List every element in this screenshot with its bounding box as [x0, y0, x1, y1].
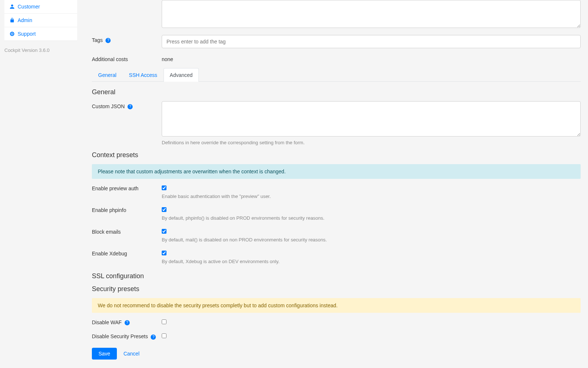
preview-auth-label: Enable preview auth — [92, 185, 162, 191]
help-icon[interactable]: ? — [151, 335, 156, 340]
preview-auth-hint: Enable basic authentication with the "pr… — [162, 194, 581, 199]
custom-json-label: Custom JSON ? — [92, 101, 162, 109]
sidebar-panel: Customer Admin Support — [4, 0, 77, 41]
tab-ssh-access[interactable]: SSH Access — [123, 68, 164, 82]
textarea-label — [92, 0, 162, 2]
user-icon — [10, 4, 15, 9]
version-text: Cockpit Version 3.6.0 — [4, 47, 77, 53]
sidebar-item-customer[interactable]: Customer — [4, 0, 77, 14]
section-security-presets-heading: Security presets — [92, 285, 581, 293]
cancel-button[interactable]: Cancel — [122, 348, 141, 360]
sidebar-item-label: Support — [18, 31, 36, 37]
security-presets-alert: We do not recommend to disable the secur… — [92, 298, 581, 313]
block-emails-hint: By default, mail() is disabled on non PR… — [162, 237, 581, 243]
additional-costs-label: Additional costs — [92, 54, 162, 62]
block-emails-checkbox[interactable] — [162, 229, 166, 234]
sidebar-item-support[interactable]: Support — [4, 27, 77, 41]
custom-json-textarea[interactable] — [162, 101, 581, 137]
block-emails-label: Block emails — [92, 229, 162, 235]
tags-label: Tags ? — [92, 35, 162, 43]
life-ring-icon — [10, 31, 15, 36]
help-icon[interactable]: ? — [125, 320, 130, 325]
context-presets-alert: Please note that custom adjustments are … — [92, 164, 581, 179]
section-ssl-heading: SSL configuration — [92, 272, 581, 280]
section-general-heading: General — [92, 88, 581, 96]
tags-input[interactable] — [162, 35, 581, 48]
disable-security-presets-label: Disable Security Presets ? — [92, 333, 162, 339]
sidebar-item-admin[interactable]: Admin — [4, 14, 77, 27]
disable-waf-checkbox[interactable] — [162, 319, 166, 324]
sidebar-item-label: Admin — [18, 17, 32, 23]
tab-advanced[interactable]: Advanced — [164, 68, 199, 82]
tabs: General SSH Access Advanced — [92, 68, 581, 82]
section-context-presets-heading: Context presets — [92, 151, 581, 159]
disable-security-presets-checkbox[interactable] — [162, 333, 166, 338]
phpinfo-checkbox[interactable] — [162, 207, 166, 212]
phpinfo-label: Enable phpinfo — [92, 207, 162, 213]
disable-waf-label: Disable WAF ? — [92, 319, 162, 325]
help-icon[interactable]: ? — [105, 38, 111, 43]
preview-auth-checkbox[interactable] — [162, 185, 166, 190]
help-icon[interactable]: ? — [128, 104, 133, 109]
tab-general[interactable]: General — [92, 68, 123, 82]
phpinfo-hint: By default, phpinfo() is disabled on PRO… — [162, 215, 581, 221]
custom-json-hint: Definitions in here override the corresp… — [162, 140, 581, 145]
xdebug-hint: By default, Xdebug is active on DEV envi… — [162, 259, 581, 264]
additional-costs-value: none — [162, 54, 581, 62]
lock-icon — [10, 18, 15, 23]
xdebug-checkbox[interactable] — [162, 251, 166, 255]
description-textarea[interactable] — [162, 0, 581, 28]
xdebug-label: Enable Xdebug — [92, 251, 162, 256]
sidebar-item-label: Customer — [18, 4, 40, 10]
save-button[interactable]: Save — [92, 348, 117, 360]
